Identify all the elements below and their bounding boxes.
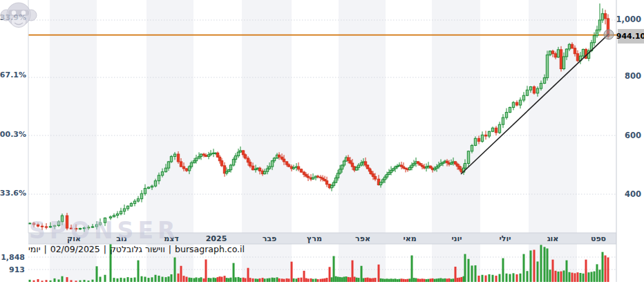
- chart-plot-area[interactable]: [28, 0, 616, 233]
- right-axis-price-label: 800: [625, 71, 641, 81]
- chart-window: אוקנובדצמ2025פברמרץאפרמאייונייוליאוגספט2…: [0, 0, 644, 284]
- chart-footer-caption: יומי | 02/09/2025 | ווישור גלובלטק | bur…: [28, 243, 245, 255]
- separator: |: [104, 244, 106, 254]
- x-axis-month-label: אפר: [355, 234, 370, 243]
- right-axis-price-label: 400: [625, 189, 641, 199]
- x-axis-month-label: מאי: [403, 234, 416, 243]
- x-axis-month-label: יוני: [451, 234, 462, 243]
- volume-axis-label: 913: [9, 265, 25, 274]
- price-volume-chart[interactable]: אוקנובדצמ2025פברמרץאפרמאייונייוליאוגספט2…: [0, 0, 644, 284]
- volume-axis-label: 1,848: [1, 253, 25, 262]
- x-axis-month-label: יולי: [500, 234, 511, 243]
- last-price-tag: 944.10: [618, 29, 644, 44]
- x-axis-month-label: דצמ: [164, 234, 179, 243]
- instrument-name: ווישור גלובלטק: [110, 244, 165, 254]
- date-label: 02/09/2025: [50, 244, 100, 254]
- left-axis-percent-label: 33.6%: [0, 189, 26, 198]
- separator: |: [169, 244, 171, 254]
- separator: |: [44, 244, 47, 254]
- x-axis-month-label: אוק: [67, 234, 81, 243]
- left-axis-percent-label: 100.3%: [0, 130, 26, 139]
- source-site: bursagraph.co.il: [175, 244, 245, 254]
- x-axis-month-label: מרץ: [307, 234, 322, 243]
- x-axis-month-label: נוב: [116, 234, 126, 243]
- x-axis-month-label: פבר: [263, 234, 277, 243]
- interval-label: יומי: [28, 244, 41, 254]
- left-axis-percent-label: 167.1%: [0, 70, 26, 79]
- x-axis-month-label: ספט: [591, 234, 606, 243]
- x-axis-month-label: אוג: [547, 234, 559, 243]
- left-axis-percent-label: 233.9%: [0, 13, 26, 22]
- right-axis-price-label: 600: [625, 131, 641, 140]
- x-axis-month-label: 2025: [206, 234, 227, 243]
- right-axis-price-label: 1,000: [616, 15, 641, 24]
